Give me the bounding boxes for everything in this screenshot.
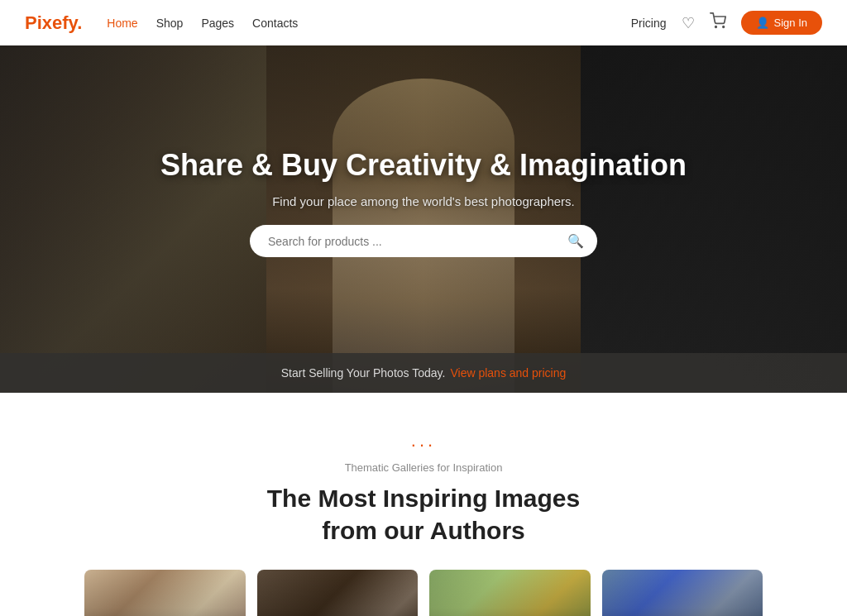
cart-icon[interactable] — [710, 12, 726, 33]
nav-contacts[interactable]: Contacts — [252, 17, 298, 30]
nav-home[interactable]: Home — [107, 17, 137, 30]
gallery-card-overlay — [257, 570, 419, 616]
gallery-card-family[interactable]: Family — [84, 570, 246, 616]
svg-point-1 — [722, 26, 724, 28]
signin-label: Sign In — [774, 17, 807, 29]
hero-section: Share & Buy Creativity & Imagination Fin… — [0, 45, 847, 393]
logo[interactable]: Pixefy. — [25, 12, 82, 34]
search-icon: 🔍 — [567, 233, 584, 249]
gallery-section: ... Thematic Galleries for Inspiration T… — [0, 393, 847, 616]
navbar-left: Pixefy. Home Shop Pages Contacts — [25, 12, 298, 34]
gallery-card-fashion[interactable]: Fashion — [257, 570, 419, 616]
gallery-subtitle: Thematic Galleries for Inspiration — [345, 461, 503, 474]
hero-title: Share & Buy Creativity & Imagination — [160, 148, 687, 183]
wishlist-icon[interactable]: ♡ — [682, 14, 695, 32]
gallery-card-overlay — [84, 570, 246, 616]
nav-pages[interactable]: Pages — [201, 17, 234, 30]
pricing-link[interactable]: Pricing — [631, 17, 667, 30]
nav-links: Home Shop Pages Contacts — [107, 17, 298, 30]
hero-bottom-link[interactable]: View plans and pricing — [450, 366, 566, 380]
gallery-card-overlay — [602, 570, 763, 616]
gallery-card-travel[interactable]: Travel — [602, 570, 763, 616]
nav-shop[interactable]: Shop — [156, 17, 184, 30]
user-icon: 👤 — [756, 17, 769, 29]
search-bar[interactable]: 🔍 — [250, 225, 597, 257]
gallery-title: The Most Inspiring Imagesfrom our Author… — [267, 482, 580, 547]
hero-subtitle: Find your place among the world's best p… — [272, 194, 575, 208]
hero-bottom-bar: Start Selling Your Photos Today. View pl… — [0, 353, 847, 393]
search-input[interactable] — [268, 235, 567, 248]
logo-dot: . — [77, 12, 82, 33]
gallery-grid: Family Fashion Nature Travel — [84, 570, 763, 616]
hero-bottom-text: Start Selling Your Photos Today. — [281, 366, 446, 380]
gallery-card-overlay — [429, 570, 591, 616]
svg-point-0 — [715, 26, 716, 28]
logo-text: Pixefy — [25, 12, 77, 33]
navbar: Pixefy. Home Shop Pages Contacts Pricing… — [0, 0, 847, 45]
signin-button[interactable]: 👤 Sign In — [741, 11, 822, 35]
navbar-right: Pricing ♡ 👤 Sign In — [631, 11, 822, 35]
hero-content: Share & Buy Creativity & Imagination Fin… — [0, 45, 847, 393]
gallery-card-nature[interactable]: Nature — [429, 570, 591, 616]
gallery-dots: ... — [411, 430, 436, 451]
